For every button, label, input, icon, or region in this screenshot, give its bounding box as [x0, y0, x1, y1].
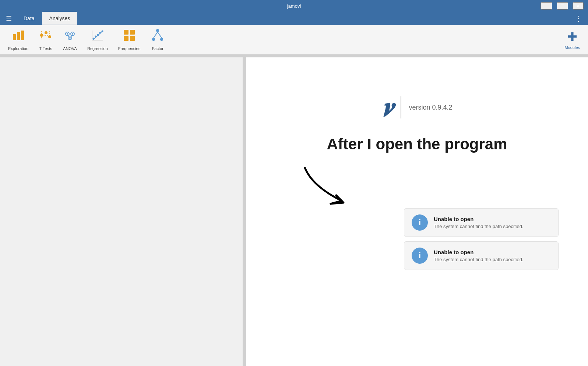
error-card-2: i Unable to open The system cannot find …	[404, 241, 559, 270]
error-cards: i Unable to open The system cannot find …	[404, 208, 559, 270]
svg-point-13	[72, 33, 73, 35]
modules-icon: ✚	[567, 30, 577, 44]
svg-rect-25	[124, 36, 128, 41]
ttests-label: T-Tests	[39, 46, 52, 51]
error-title-1: Unable to open	[434, 216, 524, 222]
exploration-label: Exploration	[8, 46, 28, 51]
tab-data[interactable]: Data	[16, 12, 42, 25]
error-icon-2: i	[412, 248, 428, 264]
toolbar-ttests[interactable]: T-Tests	[34, 25, 58, 54]
error-subtitle-1: The system cannot find the path specifie…	[434, 224, 524, 229]
toolbar-factor[interactable]: Factor	[145, 25, 170, 54]
regression-icon	[91, 28, 105, 45]
close-button[interactable]: ✕	[573, 2, 584, 10]
svg-point-29	[160, 38, 163, 41]
modules-label: Modules	[564, 45, 580, 50]
toolbar-frequencies[interactable]: Frequencies	[113, 25, 146, 54]
menu-more-button[interactable]: ⋮	[572, 13, 585, 24]
svg-point-12	[67, 33, 68, 35]
svg-line-31	[158, 32, 162, 38]
error-card-1: i Unable to open The system cannot find …	[404, 208, 559, 237]
version-text: version 0.9.4.2	[409, 104, 452, 111]
toolbar-regression[interactable]: Regression	[82, 25, 113, 54]
tab-analyses[interactable]: Analyses	[42, 12, 78, 25]
regression-label: Regression	[87, 46, 108, 51]
exploration-icon	[11, 28, 25, 45]
menu-tabs: Data Analyses	[16, 12, 77, 25]
factor-icon	[151, 28, 165, 45]
menu-bar: ☰ Data Analyses ⋮	[0, 12, 588, 25]
arrow-svg	[283, 164, 393, 208]
svg-line-20	[93, 31, 103, 40]
left-panel-spreadsheet	[0, 57, 243, 366]
right-panel-output: 𝒗 version 0.9.4.2 After I open the progr…	[246, 57, 588, 366]
arrow-area	[253, 164, 581, 208]
toolbar-modules[interactable]: ✚ Modules	[559, 27, 585, 53]
svg-rect-26	[130, 36, 135, 41]
maximize-button[interactable]: ☐	[557, 2, 568, 10]
svg-rect-1	[17, 32, 20, 40]
annotation-text: After I open the program	[327, 135, 507, 153]
svg-rect-24	[130, 30, 135, 35]
frequencies-icon	[122, 28, 136, 45]
logo-area: 𝒗 version 0.9.4.2	[381, 94, 452, 121]
svg-point-4	[45, 31, 47, 34]
minimize-button[interactable]: —	[541, 2, 552, 10]
toolbar-exploration[interactable]: Exploration	[3, 25, 34, 54]
svg-point-14	[69, 37, 71, 39]
error-title-2: Unable to open	[434, 249, 524, 255]
anova-icon	[63, 28, 77, 45]
window-title: jamovi	[287, 3, 301, 9]
error-text-2: Unable to open The system cannot find th…	[434, 249, 524, 262]
error-subtitle-2: The system cannot find the path specifie…	[434, 257, 524, 262]
frequencies-label: Frequencies	[118, 46, 141, 51]
toolbar-anova[interactable]: ANOVA	[58, 25, 82, 54]
jamovi-logo: 𝒗	[381, 94, 393, 121]
toolbar: Exploration T-Tests	[0, 25, 588, 54]
title-bar: jamovi — ☐ ✕	[0, 0, 588, 12]
main-content: 𝒗 version 0.9.4.2 After I open the progr…	[0, 57, 588, 366]
factor-label: Factor	[152, 46, 163, 51]
anova-label: ANOVA	[63, 46, 77, 51]
separator	[0, 54, 588, 57]
window-controls: — ☐ ✕	[541, 2, 584, 10]
svg-point-28	[152, 38, 155, 41]
logo-divider	[401, 96, 401, 118]
error-text-1: Unable to open The system cannot find th…	[434, 216, 524, 229]
ttests-icon	[39, 28, 53, 45]
svg-rect-2	[21, 31, 24, 40]
svg-line-30	[154, 32, 158, 38]
error-icon-1: i	[412, 214, 428, 231]
svg-rect-0	[13, 34, 16, 40]
svg-point-27	[156, 29, 159, 32]
resize-handle[interactable]	[243, 57, 246, 366]
hamburger-menu[interactable]: ☰	[3, 13, 15, 24]
svg-rect-23	[124, 30, 128, 35]
